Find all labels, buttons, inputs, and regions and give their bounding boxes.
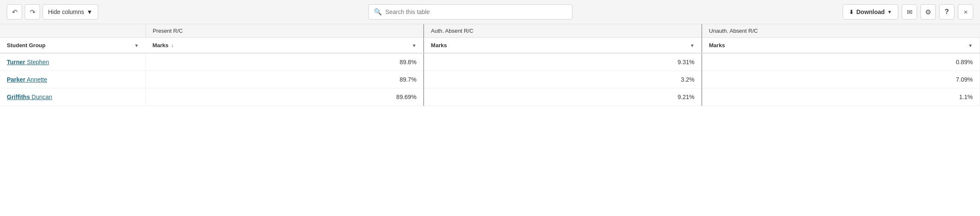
student-group-dropdown-icon[interactable]: ▼ [134,43,139,48]
unauth-absent-marks-cell: 7.09% [702,71,980,88]
col-header-student-group: Student Group ▼ [0,38,145,54]
search-input[interactable] [385,9,567,15]
group-header-empty [0,24,145,38]
download-chevron-icon: ▼ [887,9,892,14]
student-name-cell: Griffiths Duncan [0,88,145,106]
help-button[interactable]: ? [939,4,954,20]
auth-absent-marks-cell: 3.2% [424,71,702,88]
table-row: Turner Stephen 89.8% 9.31% 0.89% [0,53,980,71]
student-name-cell: Parker Annette [0,71,145,88]
help-icon: ? [945,8,949,16]
download-label: Download [856,9,885,15]
chevron-down-icon: ▼ [87,9,93,15]
toolbar-center: 🔍 [102,4,840,20]
download-button[interactable]: ⬇ Download ▼ [843,4,898,20]
group-header-present: Present R/C [145,24,424,38]
auth-absent-marks-cell: 9.21% [424,88,702,106]
student-first-name: Duncan [31,94,52,100]
undo-button[interactable]: ↶ [7,4,22,20]
search-icon: 🔍 [374,8,382,16]
group-header-auth-absent: Auth. Absent R/C [424,24,702,38]
student-link[interactable]: Parker Annette [7,76,47,83]
student-name-cell: Turner Stephen [0,53,145,71]
auth-marks-dropdown-icon[interactable]: ▼ [690,43,695,48]
hide-columns-button[interactable]: Hide columns ▼ [43,4,98,20]
present-marks-cell: 89.7% [145,71,424,88]
search-wrapper: 🔍 [368,4,573,20]
col-header-auth-marks: Marks ▼ [424,38,702,54]
mail-button[interactable]: ✉ [902,4,917,20]
student-link[interactable]: Turner Stephen [7,59,49,65]
table-body: Turner Stephen 89.8% 9.31% 0.89% Parker … [0,53,980,106]
present-marks-dropdown-icon[interactable]: ▼ [412,43,416,48]
sort-down-icon: ↓ [171,43,174,48]
student-first-name: Annette [27,76,47,83]
unauth-absent-marks-cell: 1.1% [702,88,980,106]
table-row: Griffiths Duncan 89.69% 9.21% 1.1% [0,88,980,106]
expand-icon: ⨯ [963,9,968,15]
redo-icon: ↷ [30,8,35,16]
present-marks-cell: 89.69% [145,88,424,106]
expand-button[interactable]: ⨯ [958,4,973,20]
student-last-name: Parker [7,76,26,83]
present-marks-cell: 89.8% [145,53,424,71]
auth-absent-marks-cell: 9.31% [424,53,702,71]
table-row: Parker Annette 89.7% 3.2% 7.09% [0,71,980,88]
group-header-row: Present R/C Auth. Absent R/C Unauth. Abs… [0,24,980,38]
student-first-name: Stephen [27,59,49,65]
gear-icon: ⚙ [925,8,931,16]
unauth-absent-marks-cell: 0.89% [702,53,980,71]
col-header-row: Student Group ▼ Marks ↓ ▼ Marks ▼ [0,38,980,54]
toolbar-right: ⬇ Download ▼ ✉ ⚙ ? ⨯ [843,4,973,20]
unauth-marks-dropdown-icon[interactable]: ▼ [968,43,973,48]
student-last-name: Turner [7,59,25,65]
download-icon: ⬇ [849,9,854,15]
col-header-present-marks: Marks ↓ ▼ [145,38,424,54]
mail-icon: ✉ [907,8,912,16]
table-container: Present R/C Auth. Absent R/C Unauth. Abs… [0,24,980,106]
redo-button[interactable]: ↷ [25,4,40,20]
toolbar-left: ↶ ↷ Hide columns ▼ [7,4,98,20]
student-link[interactable]: Griffiths Duncan [7,94,52,100]
group-header-unauth-absent: Unauth. Absent R/C [702,24,980,38]
col-header-unauth-marks: Marks ▼ [702,38,980,54]
hide-columns-label: Hide columns [48,9,84,15]
toolbar: ↶ ↷ Hide columns ▼ 🔍 ⬇ Download ▼ ✉ ⚙ ? [0,0,980,24]
student-last-name: Griffiths [7,94,30,100]
data-table: Present R/C Auth. Absent R/C Unauth. Abs… [0,24,980,106]
undo-icon: ↶ [12,8,17,16]
settings-button[interactable]: ⚙ [920,4,936,20]
